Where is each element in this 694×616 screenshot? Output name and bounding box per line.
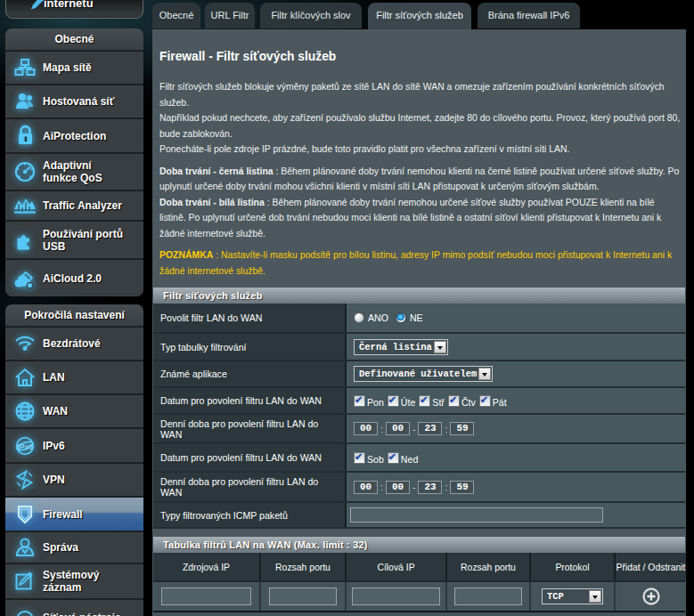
svg-text:IPv6: IPv6: [18, 442, 34, 450]
